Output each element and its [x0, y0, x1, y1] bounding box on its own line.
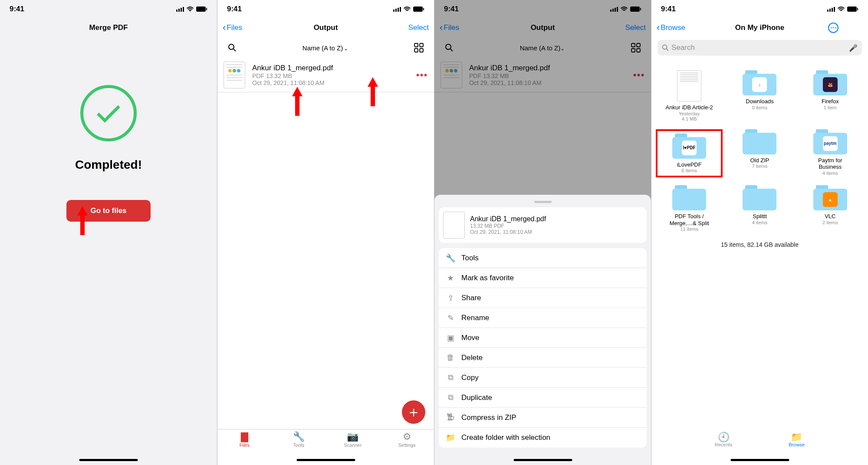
annotation-arrow-icon: [368, 77, 378, 106]
status-right: [176, 7, 207, 12]
home-indicator: [513, 459, 572, 461]
item-meta: 6 items: [681, 168, 697, 173]
wrench-icon: 🔧: [293, 431, 305, 442]
file-name: Ankur iDB 1_merged.pdf: [252, 64, 416, 72]
svg-rect-32: [832, 8, 833, 12]
menu-item-label: Create folder with selection: [461, 433, 550, 442]
search-icon[interactable]: [228, 43, 237, 52]
menu-item-share[interactable]: ⇪Share: [439, 288, 647, 308]
search-field[interactable]: Search 🎤: [658, 40, 862, 56]
svg-rect-8: [398, 8, 399, 12]
file-row[interactable]: Ankur iDB 1_merged.pdf PDF 13.32 MB Oct …: [217, 58, 434, 92]
menu-item-label: Rename: [461, 314, 489, 322]
svg-rect-9: [400, 7, 401, 12]
menu-item-compress-in-zip[interactable]: 🗜Compress in ZIP: [439, 408, 647, 428]
clock: 9:41: [661, 5, 676, 13]
back-button[interactable]: ‹Browse: [657, 22, 691, 33]
select-button[interactable]: Select: [394, 23, 429, 32]
more-menu-button[interactable]: ⋯: [828, 23, 863, 33]
svg-rect-35: [857, 8, 858, 10]
menu-item-mark-as-favorite[interactable]: ★Mark as favorite: [439, 268, 647, 288]
more-options-button[interactable]: •••: [416, 70, 428, 80]
chevron-left-icon: ‹: [223, 22, 226, 33]
item-name: Paytm for Business: [806, 157, 854, 170]
grid-view-icon[interactable]: [414, 43, 424, 52]
plus-icon: ＋: [406, 402, 421, 422]
svg-rect-5: [206, 8, 207, 10]
menu-item-tools[interactable]: 🔧Tools: [439, 248, 647, 268]
svg-rect-31: [829, 9, 831, 12]
svg-point-36: [663, 45, 667, 49]
menu-item-label: Move: [461, 334, 480, 342]
grid-item[interactable]: ▲VLC2 items: [797, 185, 864, 232]
svg-rect-34: [847, 7, 857, 12]
grid-item[interactable]: Old ZIP7 items: [726, 129, 793, 178]
menu-item-label: Copy: [461, 373, 479, 382]
svg-line-13: [233, 49, 236, 51]
battery-icon: [196, 7, 207, 12]
completed-label: Completed!: [75, 158, 142, 172]
dictation-icon[interactable]: 🎤: [849, 44, 858, 52]
item-name: VLC: [825, 213, 835, 220]
svg-rect-10: [413, 7, 423, 12]
menu-item-label: Tools: [461, 254, 479, 262]
menu-item-create-folder-with-selection[interactable]: 📁Create folder with selection: [439, 428, 647, 448]
grid-item[interactable]: I♥PDFiLovePDF6 items: [656, 129, 723, 178]
menu-item-copy[interactable]: ⧉Copy: [439, 368, 647, 388]
svg-rect-7: [395, 9, 397, 12]
file-name: Ankur iDB 1_merged.pdf: [470, 215, 546, 223]
svg-rect-1: [178, 9, 180, 12]
back-button[interactable]: ‹Files: [223, 22, 257, 33]
item-meta: 11 items: [680, 226, 698, 232]
screen-output-list: 9:41 ‹Files Output Select Name (A to Z)⌄…: [217, 0, 434, 465]
menu-item-delete[interactable]: 🗑Delete: [439, 348, 647, 368]
status-bar: 9:41: [217, 0, 434, 18]
folder-icon: ▲: [813, 185, 847, 210]
svg-rect-4: [196, 7, 206, 12]
tab-recents[interactable]: 🕘Recents: [715, 432, 732, 447]
pdf-thumbnail-icon: [224, 62, 245, 88]
grid-item[interactable]: PDF Tools / Merge,…& Split11 items: [656, 185, 723, 232]
item-name: iLovePDF: [677, 161, 702, 168]
menu-item-icon: ▣: [445, 333, 456, 343]
grid-item[interactable]: ↓Downloads0 items: [726, 70, 793, 121]
item-name: PDF Tools / Merge,…& Split: [665, 213, 713, 226]
item-meta: 4.1 MB: [682, 116, 697, 121]
clock-icon: 🕘: [718, 432, 730, 442]
file-date: Oct 29, 2021, 11:08:10 AM: [252, 79, 416, 86]
svg-rect-0: [176, 10, 178, 12]
menu-item-move[interactable]: ▣Move: [439, 328, 647, 348]
svg-rect-2: [181, 8, 182, 12]
sheet-grabber[interactable]: [534, 201, 552, 203]
grid-item[interactable]: 🦊Firefox1 item: [797, 70, 864, 121]
svg-rect-6: [393, 10, 395, 12]
grid-item[interactable]: Ankur iDB Article-2Yesterday4.1 MB: [656, 70, 723, 121]
tab-settings[interactable]: ⚙Settings: [380, 431, 434, 465]
folder-icon: 🦊: [813, 70, 847, 95]
grid-item[interactable]: paytmPaytm for Business4 items: [797, 129, 864, 178]
menu-item-icon: 🗜: [445, 413, 456, 422]
screen-action-sheet: 9:41 ‹Files Output Select Name (A to Z)⌄…: [434, 0, 651, 465]
svg-point-12: [229, 44, 234, 49]
svg-rect-17: [420, 49, 423, 52]
home-indicator: [79, 459, 138, 461]
add-fab-button[interactable]: ＋: [402, 400, 425, 424]
menu-item-duplicate[interactable]: ⧉Duplicate: [439, 388, 647, 408]
menu-item-icon: ✎: [445, 313, 456, 323]
item-name: Ankur iDB Article-2: [666, 104, 713, 111]
menu-item-label: Duplicate: [461, 393, 492, 402]
tab-browse[interactable]: 📁Browse: [789, 432, 805, 447]
cellular-icon: [176, 7, 184, 12]
menu-item-rename[interactable]: ✎Rename: [439, 308, 647, 328]
action-sheet: Ankur iDB 1_merged.pdf 13.32 MB PDF Oct …: [434, 195, 651, 465]
folder-icon: [672, 185, 706, 210]
menu-item-icon: ⧉: [445, 393, 456, 402]
file-size: 13.32 MB PDF: [470, 223, 546, 229]
svg-rect-16: [414, 49, 418, 52]
folder-icon: I♥PDF: [672, 134, 706, 159]
folder-icon: 📁: [791, 432, 802, 442]
grid-item[interactable]: Splittt4 items: [726, 185, 793, 232]
folder-icon: ▇: [241, 431, 248, 442]
tab-files[interactable]: ▇Files: [217, 431, 272, 465]
sort-selector[interactable]: Name (A to Z)⌄: [302, 44, 348, 52]
